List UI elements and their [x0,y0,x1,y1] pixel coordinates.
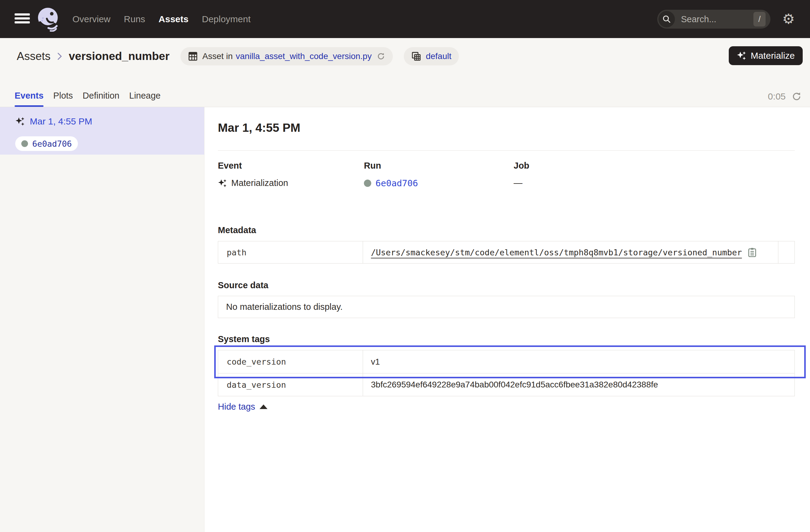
tab-definition[interactable]: Definition [83,91,119,107]
asset-header: Assets versioned_number Asset in vanilla… [0,38,810,107]
event-timestamp-link[interactable]: Mar 1, 4:55 PM [30,116,92,127]
table-spacer-cell [778,241,794,263]
reload-location-icon[interactable] [376,52,386,61]
metadata-key: path [218,241,363,263]
source-data-heading: Source data [218,280,269,290]
run-status-dot [364,180,371,187]
tab-plots[interactable]: Plots [53,91,73,107]
tab-events[interactable]: Events [15,91,44,107]
copy-clipboard-icon[interactable] [747,247,757,257]
materialization-sparkle-icon [218,179,227,188]
event-detail-title: Mar 1, 4:55 PM [218,121,300,134]
nav-overview[interactable]: Overview [72,14,111,25]
source-data-empty-message: No materializations to display. [226,302,343,312]
chevron-up-icon [260,404,268,409]
refresh-countdown: 0:05 [768,91,802,102]
system-tags-heading: System tags [218,334,270,344]
hide-tags-label: Hide tags [218,402,255,412]
run-id-text: 6e0ad706 [32,139,72,148]
chevron-right-icon [57,52,62,61]
metadata-heading: Metadata [218,225,256,235]
primary-nav: Overview Runs Assets Deployment [72,0,251,38]
table-icon [188,51,198,62]
repo-grid-icon [411,51,421,62]
table-row: path /Users/smackesey/stm/code/elementl/… [218,241,794,263]
event-list-sidebar: Mar 1, 4:55 PM 6e0ad706 [0,107,205,532]
run-column-label: Run [364,161,418,171]
repo-name: default [426,51,451,61]
event-detail-panel: Mar 1, 4:55 PM Event Materialization Run… [205,107,810,532]
breadcrumb: Assets versioned_number Asset in vanilla… [17,47,459,65]
tag-value: 3bfc269594ef649228e9a74bab00f042efc91d5a… [371,380,658,390]
asset-name-title: versioned_number [69,50,169,63]
refresh-icon[interactable] [791,91,802,102]
materialize-button[interactable]: Materialize [729,46,803,65]
hide-tags-link[interactable]: Hide tags [218,402,268,412]
run-status-dot [21,140,28,147]
search-shortcut-key: / [754,12,765,27]
job-column: Job — [514,161,530,188]
tag-key: code_version [218,350,363,373]
countdown-value: 0:05 [768,91,785,102]
asset-definition-chip[interactable]: Asset in vanilla_asset_with_code_version… [180,47,393,65]
asset-tabs: Events Plots Definition Lineage [15,91,161,107]
event-column: Event Materialization [218,161,288,188]
dagster-logo-icon[interactable] [36,7,61,32]
event-type-value: Materialization [231,178,288,188]
divider [218,150,795,151]
run-column: Run 6e0ad706 [364,161,418,188]
event-list-item-selected[interactable]: Mar 1, 4:55 PM 6e0ad706 [0,107,204,155]
run-id-link[interactable]: 6e0ad706 [375,178,418,188]
job-value: — [514,178,522,188]
table-row-data-version: data_version 3bfc269594ef649228e9a74bab0… [218,373,794,396]
event-column-label: Event [218,161,288,171]
run-id-chip[interactable]: 6e0ad706 [15,136,78,151]
materialize-button-label: Materialize [751,50,795,61]
materialization-sparkle-icon [15,116,25,126]
metadata-table: path /Users/smackesey/stm/code/elementl/… [218,241,795,263]
nav-runs[interactable]: Runs [124,14,145,25]
search-input[interactable] [680,14,733,25]
table-row-code-version: code_version v1 [218,350,794,373]
settings-gear-icon[interactable]: ⚙ [782,10,795,28]
job-column-label: Job [514,161,530,171]
tag-key: data_version [218,373,363,396]
system-tags-table: code_version v1 data_version 3bfc269594e… [218,350,795,396]
nav-assets[interactable]: Assets [159,14,188,25]
path-value-link[interactable]: /Users/smackesey/stm/code/elementl/oss/t… [371,248,742,257]
asset-file-link[interactable]: vanilla_asset_with_code_version.py [236,51,372,61]
tag-value: v1 [371,357,380,367]
search-icon [659,11,675,27]
nav-deployment[interactable]: Deployment [202,14,250,25]
top-navbar: Overview Runs Assets Deployment / ⚙ [0,0,810,38]
menu-icon[interactable] [15,12,30,26]
repository-chip[interactable]: default [404,47,458,65]
asset-chip-prefix: Asset in [202,51,233,61]
tab-lineage[interactable]: Lineage [129,91,161,107]
source-data-empty-box: No materializations to display. [218,296,795,318]
global-search[interactable]: / [657,10,771,29]
sparkle-icon [737,51,746,61]
breadcrumb-assets-link[interactable]: Assets [17,50,50,63]
